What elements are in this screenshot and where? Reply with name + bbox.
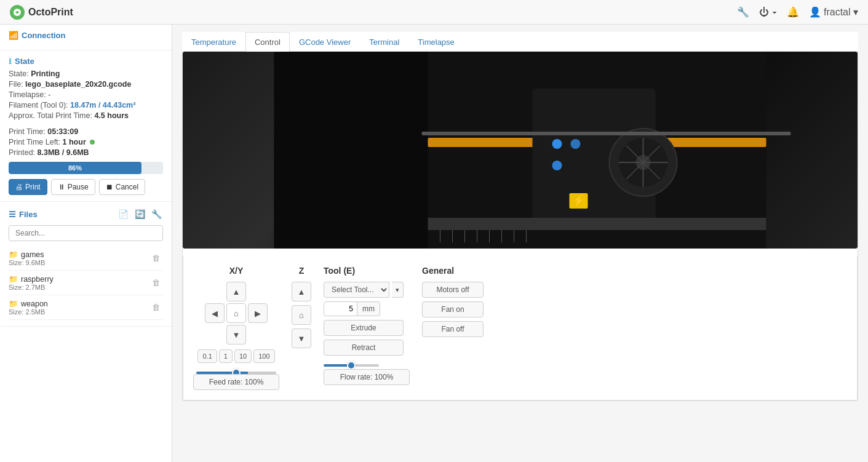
wrench-icon[interactable]: 🔧 [737, 6, 749, 18]
state-printtime-row: Print Time: 05:33:09 [9, 127, 163, 136]
general-control-col: General Motors off Fan on Fan off [422, 266, 484, 337]
z-down-button[interactable]: ▼ [292, 329, 311, 348]
user-menu[interactable]: 👤 fractal ▾ [809, 6, 858, 18]
info-icon: ℹ [9, 57, 12, 66]
file-item-games: 📁 games Size: 9.6MB 🗑 [9, 246, 163, 271]
tool-control-col: Tool (E) Select Tool... ▾ mm [324, 266, 410, 385]
svg-rect-2 [274, 52, 428, 249]
extrude-button[interactable]: Extrude [324, 320, 404, 336]
state-section: ℹ State State: Printing File: lego_basep… [0, 50, 172, 202]
printer-svg: ⚡ [183, 52, 858, 249]
mm-value-input[interactable] [324, 301, 357, 316]
general-label: General [422, 266, 454, 276]
tab-terminal[interactable]: Terminal [360, 32, 408, 52]
xy-step-100[interactable]: 100 [253, 349, 274, 363]
state-approx-row: Approx. Total Print Time: 4.5 hours [9, 111, 163, 120]
file-item-weapon: 📁 weapon Size: 2.5MB 🗑 [9, 295, 163, 320]
camera-view: ⚡ [183, 52, 858, 249]
files-settings-button[interactable]: 🔧 [150, 208, 163, 220]
xy-up-button[interactable]: ▲ [226, 282, 246, 301]
files-header: ☰ Files 📄 🔄 🔧 [9, 208, 163, 220]
flow-rate-row [324, 364, 379, 367]
flow-rate-slider[interactable] [324, 364, 379, 367]
xy-step-01[interactable]: 0.1 [197, 349, 217, 363]
cancel-button[interactable]: ⏹ Cancel [99, 179, 145, 195]
print-icon: 🖨 [15, 183, 23, 191]
online-indicator [90, 140, 95, 145]
state-filament-row: Filament (Tool 0): 18.47m / 44.43cm³ [9, 101, 163, 110]
print-button[interactable]: 🖨 Print [9, 179, 47, 195]
xy-step-buttons: 0.1 1 10 100 [197, 349, 274, 363]
svg-rect-18 [428, 218, 766, 230]
delete-games-button[interactable]: 🗑 [149, 252, 163, 264]
tab-gcode-viewer[interactable]: GCode Viewer [290, 32, 360, 52]
connection-section: 📶 Connection [0, 25, 172, 50]
mm-unit-label: mm [357, 301, 380, 316]
svg-point-14 [552, 161, 562, 170]
signal-icon: 📶 [9, 31, 18, 40]
xy-step-10[interactable]: 10 [234, 349, 252, 363]
files-section: ☰ Files 📄 🔄 🔧 📁 games [0, 202, 172, 327]
xy-control-col: X/Y ▲ ◀ ⌂ ▶ ▼ [193, 266, 279, 390]
xy-left-button[interactable]: ◀ [205, 303, 225, 323]
tool-select-caret[interactable]: ▾ [392, 282, 404, 298]
main-content: Temperature Control GCode Viewer Termina… [172, 25, 868, 462]
upload-file-button[interactable]: 📄 [117, 208, 130, 220]
motors-off-button[interactable]: Motors off [422, 282, 484, 298]
files-title: ☰ Files [9, 210, 113, 219]
retract-button[interactable]: Retract [324, 340, 404, 356]
state-timeleft-row: Print Time Left: 1 hour [9, 138, 163, 146]
folder-icon: 📁 [9, 299, 18, 308]
xy-down-button[interactable]: ▼ [226, 325, 246, 345]
xy-label: X/Y [229, 266, 244, 276]
general-col: Motors off Fan on Fan off [422, 282, 484, 337]
state-status-row: State: Printing [9, 70, 163, 78]
folder-icon: 📁 [9, 250, 18, 259]
svg-rect-17 [422, 132, 791, 135]
xy-step-1[interactable]: 1 [219, 349, 233, 363]
flow-rate-button[interactable]: Flow rate: 100% [324, 369, 410, 385]
progress-bar-inner: 86% [9, 162, 141, 174]
power-icon[interactable]: ⏻ ▾ [759, 7, 776, 18]
brand: OctoPrint [10, 5, 73, 20]
feed-rate-button[interactable]: Feed rate: 100% [193, 374, 279, 390]
search-input[interactable] [9, 225, 163, 241]
control-columns: X/Y ▲ ◀ ⌂ ▶ ▼ [193, 266, 847, 390]
refresh-files-button[interactable]: 🔄 [133, 208, 146, 220]
file-list: 📁 games Size: 9.6MB 🗑 📁 raspberry Size: … [9, 246, 163, 320]
mm-input-row: mm [324, 301, 404, 316]
xy-home-button[interactable]: ⌂ [226, 303, 246, 323]
connection-title: 📶 Connection [9, 31, 163, 40]
tab-control[interactable]: Control [245, 32, 290, 52]
delete-weapon-button[interactable]: 🗑 [149, 301, 163, 313]
tool-select-row: Select Tool... ▾ [324, 282, 404, 298]
navbar-right: 🔧 ⏻ ▾ 🔔 👤 fractal ▾ [737, 6, 858, 18]
tab-timelapse[interactable]: Timelapse [408, 32, 463, 52]
pause-button[interactable]: ⏸ Pause [51, 179, 95, 195]
print-button-group: 🖨 Print ⏸ Pause ⏹ Cancel [9, 179, 163, 195]
xy-grid: ▲ ◀ ⌂ ▶ ▼ [205, 282, 268, 345]
camera-feed: ⚡ [183, 52, 858, 249]
files-actions: 📄 🔄 🔧 [117, 208, 163, 220]
fan-off-button[interactable]: Fan off [422, 321, 484, 337]
z-control-col: Z ▲ ⌂ ▼ [292, 266, 311, 348]
pause-icon: ⏸ [58, 183, 65, 191]
z-label: Z [299, 266, 305, 276]
brand-name: OctoPrint [28, 7, 73, 18]
state-file-row: File: lego_baseplate_20x20.gcode [9, 80, 163, 89]
progress-bar-outer: 86% [9, 162, 163, 174]
tab-temperature[interactable]: Temperature [182, 32, 245, 52]
z-home-button[interactable]: ⌂ [292, 305, 311, 325]
delete-raspberry-button[interactable]: 🗑 [149, 277, 163, 289]
bell-icon[interactable]: 🔔 [787, 6, 799, 18]
state-printed-row: Printed: 8.3MB / 9.6MB [9, 148, 163, 157]
z-up-button[interactable]: ▲ [292, 282, 311, 301]
tabs-bar: Temperature Control GCode Viewer Termina… [182, 32, 858, 52]
main-layout: 📶 Connection ℹ State State: Printing Fil… [0, 25, 868, 462]
fan-on-button[interactable]: Fan on [422, 301, 484, 317]
tab-content: ⚡ [182, 52, 858, 401]
file-item-raspberry: 📁 raspberry Size: 2.7MB 🗑 [9, 271, 163, 295]
tool-select-dropdown[interactable]: Select Tool... [324, 282, 389, 298]
folder-icon: 📁 [9, 274, 18, 284]
xy-right-button[interactable]: ▶ [248, 303, 268, 323]
